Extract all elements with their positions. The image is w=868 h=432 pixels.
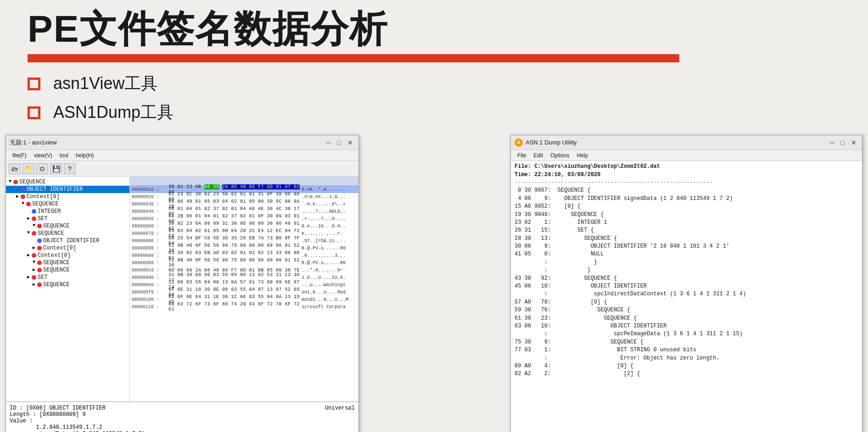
dump-menu-file[interactable]: File [514, 152, 530, 159]
expander-seq4[interactable]: ▼ [25, 230, 32, 237]
minimize-icon[interactable]: ─ [325, 139, 333, 146]
toolbar-btn-save[interactable]: 💾 [50, 163, 62, 174]
tree-item-sequence-root[interactable]: ▼ SEQUENCE [6, 178, 129, 186]
asn1dump-menubar: File Edit Options Help [511, 150, 862, 161]
tree-item-oid-2[interactable]: OBJECT IDENTIFIER [6, 237, 129, 244]
dump-line-3: 19 30 9048: SEQUENCE { [515, 211, 858, 219]
dump-menu-options[interactable]: Options [547, 152, 573, 159]
info-universal-label: Universal [325, 405, 355, 432]
tree-item-seq-7[interactable]: ▶ SEQUENCE [6, 281, 129, 288]
toolbar-btn-open[interactable]: 🗁 [9, 163, 21, 174]
tree-item-set-2[interactable]: ▶ SET [6, 274, 129, 281]
dot-ctx0-2 [37, 246, 42, 250]
tree-item-seq-4[interactable]: ▼ SEQUENCE [6, 230, 129, 237]
bullet-square-2 [28, 106, 40, 119]
dump-line-7: 30 06 9: OBJECT IDENTIFIER '2 16 840 1 1… [515, 243, 858, 250]
hex-pane[interactable]: 00000010 : 30 82 23 6B 06 09 2A 86 48 86… [130, 177, 358, 401]
tree-item-context0-1[interactable]: ▶ Context[0] [6, 193, 129, 200]
label-ctx0-2: Context[0] [43, 245, 76, 251]
label-int: INTEGER [38, 208, 61, 215]
dump-line-13: : spcIndirectDataContext (1 3 6 1 4 1 31… [515, 290, 858, 298]
menu-file[interactable]: file(F) [9, 152, 30, 159]
toolbar-btn-circle[interactable]: ⊙ [36, 163, 48, 174]
asn1dump-maximize-icon[interactable]: □ [839, 139, 846, 146]
label-ctx0-3: Context[0] [38, 252, 71, 259]
toolbar-btn-help[interactable]: ? [64, 163, 76, 174]
tree-item-seq-5[interactable]: ▼ SEQUENCE [6, 259, 129, 266]
dot-seq6 [37, 268, 42, 272]
expander-seq6[interactable]: ▶ [31, 267, 37, 273]
main-title: PE文件签名数据分析 [28, 8, 840, 50]
dot-set2 [32, 275, 36, 280]
info-pane: ID : [0X06] OBJECT IDENTIFIER Length : [… [6, 401, 358, 432]
expander-seq5[interactable]: ▼ [31, 260, 37, 266]
tree-item-seq-6[interactable]: ▶ SEQUENCE [6, 266, 129, 274]
tree-item-set-1[interactable]: ▶ SET [6, 215, 129, 222]
label-seq4: SEQUENCE [38, 230, 64, 237]
label-oid: OBJECT IDENTIFIER [27, 186, 83, 193]
dot-oid [21, 187, 25, 192]
tree-item-integer[interactable]: INTEGER [6, 208, 129, 215]
hex-line-10: 000000b0 : 52 9B 40 9F 50 56 99 75 88 00… [130, 259, 358, 266]
menu-help[interactable]: help(H) [72, 152, 97, 159]
expander-ctx0-2[interactable]: ▶ [31, 245, 37, 251]
asn1view-title: 无题:1 - asn1view [10, 138, 325, 147]
asn1dump-content[interactable]: File: C:\Users\xiuzhang\Desktop\ZoomIt02… [511, 161, 862, 432]
expander-seq3[interactable]: ▼ [31, 223, 37, 229]
tree-item-ctx0-3[interactable]: ▶ Context[0] [6, 252, 129, 259]
asn1dump-controls[interactable]: ─ □ ✕ [828, 139, 858, 146]
dump-line-10: : } [515, 266, 858, 274]
bullet-square-1 [28, 78, 40, 90]
dump-filepath: File: C:\Users\xiuzhang\Desktop\ZoomIt02… [515, 163, 858, 171]
label-sequence-root: SEQUENCE [19, 179, 46, 185]
asn1view-titlebar: 无题:1 - asn1view ─ □ ✕ [6, 135, 358, 150]
tree-item-seq-3[interactable]: ▼ SEQUENCE [6, 222, 129, 230]
dump-menu-edit[interactable]: Edit [530, 152, 547, 159]
dot-seq3 [37, 224, 42, 228]
dump-separator: ----------------------------------------… [515, 179, 858, 187]
dump-line-12: 45 06 10: OBJECT IDENTIFIER [515, 282, 858, 290]
dot-seq5 [37, 260, 42, 265]
menu-view[interactable]: view(V) [30, 152, 56, 159]
header-area: PE文件签名数据分析 [0, 0, 868, 62]
expander-oid2 [31, 238, 37, 244]
dot-int [32, 209, 36, 214]
label-set1: SET [38, 216, 48, 222]
dot-seq4 [32, 231, 36, 236]
dot-seq-2 [26, 202, 31, 206]
dot-sequence-root [13, 180, 18, 184]
dump-line-1: 4 06 9: OBJECT IDENTIFIER signedData (1 … [515, 195, 858, 203]
expander-seq-2[interactable]: ▼ [20, 201, 26, 207]
dump-menu-help[interactable]: Help [573, 152, 592, 159]
asn1view-toolbar: 🗁 📁 ⊙ 💾 ? [6, 161, 358, 177]
dump-line-8: 41 05 0: NULL [515, 250, 858, 258]
hex-ascii-0: 0.#k..*.H....... [302, 187, 357, 192]
label-set2: SET [38, 274, 48, 281]
expander-set2[interactable]: ▶ [25, 274, 32, 281]
expander-seq7[interactable]: ▶ [31, 282, 37, 288]
asn1dump-minimize-icon[interactable]: ─ [828, 139, 836, 146]
tree-pane[interactable]: ▼ SEQUENCE OBJECT IDENTIFIER ▶ Context[0… [6, 177, 130, 401]
bullet-text-2: ASN1Dump工具 [53, 101, 174, 124]
expander-int [25, 208, 32, 215]
menu-tool[interactable]: tool [56, 152, 72, 159]
tree-item-ctx0-2[interactable]: ▶ Context[0] [6, 244, 129, 252]
dump-line-5: 26 31 15: SET { [515, 227, 858, 234]
expander-ctx0-3[interactable]: ▶ [25, 252, 32, 259]
dump-line-21: : Error: Object has zero length. [515, 354, 858, 362]
dump-line-6: 28 30 13: SEQUENCE { [515, 235, 858, 243]
tree-item-seq-2[interactable]: ▼ SEQUENCE [6, 200, 129, 208]
toolbar-btn-folder[interactable]: 📁 [22, 163, 34, 174]
expander-root[interactable]: ▼ [7, 179, 13, 185]
label-seq7: SEQUENCE [43, 282, 70, 288]
expander-set1[interactable]: ▶ [25, 216, 32, 222]
close-icon[interactable]: ✕ [346, 139, 355, 146]
asn1dump-close-icon[interactable]: ✕ [849, 139, 858, 146]
maximize-icon[interactable]: □ [336, 139, 343, 146]
asn1view-controls[interactable]: ─ □ ✕ [325, 139, 355, 146]
tree-item-object-id[interactable]: OBJECT IDENTIFIER [6, 186, 129, 193]
bullet-item-2: ASN1Dump工具 [28, 101, 840, 124]
expander-ctx0-1[interactable]: ▶ [14, 194, 21, 200]
dump-line-4: 23 02 1: INTEGER 1 [515, 219, 858, 227]
dump-line-19: 75 30 9: SEQUENCE { [515, 338, 858, 346]
